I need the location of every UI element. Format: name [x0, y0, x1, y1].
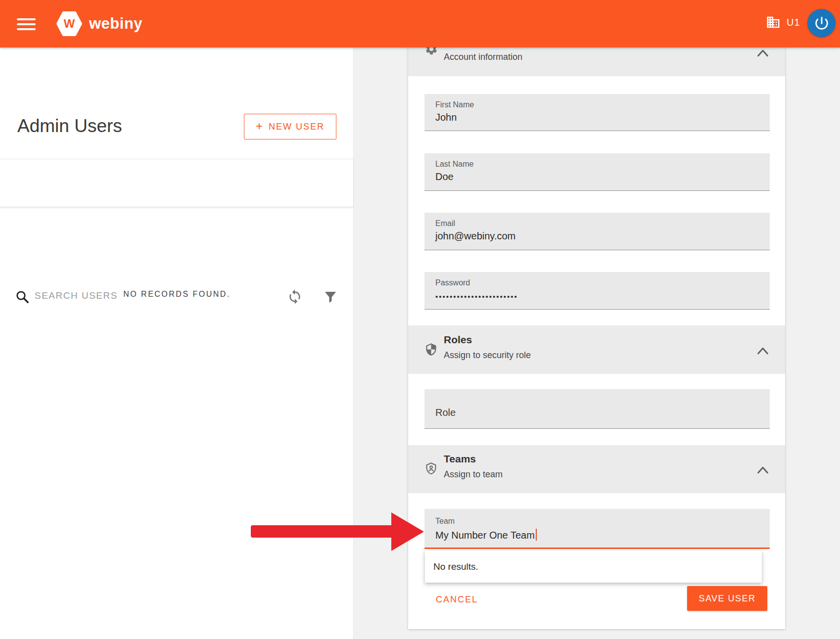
section-subtitle-teams: Assign to team	[444, 469, 503, 480]
password-label: Password	[435, 278, 470, 287]
role-select-field[interactable]: Role	[424, 389, 770, 429]
password-masked-value: •••••••••••••••••••••••	[435, 292, 518, 301]
team-autocomplete-field[interactable]: Team My Number One Team	[424, 509, 770, 549]
search-bar	[0, 159, 353, 207]
last-name-value: Doe	[435, 171, 454, 183]
shield-icon	[424, 343, 438, 356]
shield-person-icon	[424, 462, 438, 475]
email-label: Email	[435, 219, 455, 228]
last-name-field[interactable]: Last Name Doe	[424, 153, 770, 191]
team-label: Team	[435, 517, 455, 526]
new-user-button[interactable]: + NEW USER	[244, 114, 336, 139]
power-icon	[813, 15, 830, 32]
tenant-badge: U1	[787, 17, 800, 28]
section-subtitle-roles: Assign to security role	[444, 350, 531, 361]
hamburger-menu-icon[interactable]	[17, 15, 36, 32]
autocomplete-dropdown[interactable]: No results.	[425, 550, 762, 583]
user-avatar[interactable]	[807, 9, 836, 37]
chevron-up-icon[interactable]	[756, 464, 770, 475]
webiny-hexagon-icon: W	[56, 10, 82, 38]
section-title-teams: Teams	[444, 453, 476, 465]
first-name-field[interactable]: First Name John	[424, 94, 770, 131]
red-arrow-annotation	[250, 509, 425, 554]
password-field[interactable]: Password •••••••••••••••••••••••	[424, 272, 770, 310]
user-form-card: Bio Account information First Name John …	[408, 19, 785, 629]
first-name-label: First Name	[435, 100, 474, 109]
chevron-up-icon[interactable]	[756, 47, 770, 58]
email-value: john@webiny.com	[435, 230, 515, 242]
cancel-button[interactable]: CANCEL	[434, 591, 480, 609]
webiny-logo[interactable]: W webiny	[56, 10, 142, 38]
page-title: Admin Users	[17, 116, 122, 137]
chevron-up-icon[interactable]	[756, 345, 770, 356]
first-name-value: John	[435, 112, 457, 123]
section-header-teams[interactable]: Teams Assign to team	[408, 445, 785, 493]
tenant-selector[interactable]: U1	[766, 15, 800, 30]
section-subtitle-bio: Account information	[444, 52, 522, 62]
email-field[interactable]: Email john@webiny.com	[424, 213, 770, 250]
role-placeholder: Role	[435, 407, 456, 418]
brand-wordmark: webiny	[89, 15, 142, 33]
text-cursor	[536, 529, 537, 541]
app-top-bar: W webiny U1	[0, 0, 840, 47]
plus-icon: +	[256, 119, 263, 133]
last-name-label: Last Name	[435, 160, 473, 169]
section-title-roles: Roles	[444, 334, 472, 346]
save-user-button[interactable]: SAVE USER	[687, 586, 767, 611]
no-results-message: No results.	[433, 561, 478, 572]
empty-list-message: NO RECORDS FOUND.	[0, 290, 354, 299]
team-input-value: My Number One Team	[435, 529, 537, 541]
building-icon	[766, 15, 781, 30]
svg-text:W: W	[64, 17, 75, 30]
section-header-roles[interactable]: Roles Assign to security role	[408, 325, 785, 374]
